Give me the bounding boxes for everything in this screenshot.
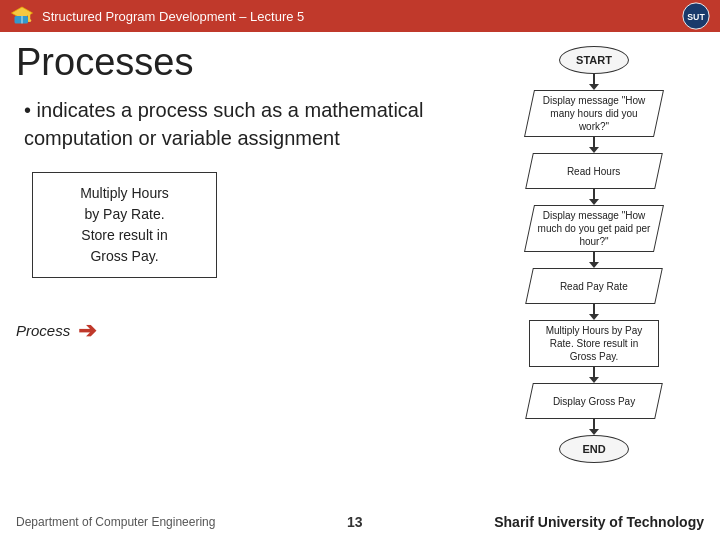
box-container: Multiply Hoursby Pay Rate.Store result i… [32,172,468,278]
header: Structured Program Development – Lecture… [0,0,720,32]
flowchart-panel: START Display message "How many hours di… [484,42,704,530]
arrow-2 [593,137,595,149]
right-badge-icon: SUT [682,2,710,30]
arrow-3 [593,189,595,201]
read-pay-node: Read Pay Rate [525,268,663,304]
bullet-text: indicates a process such as a mathematic… [24,96,468,152]
university-label: Sharif University of Technology [494,514,704,530]
process-row: Process ➔ [16,318,468,344]
multiply-box: Multiply Hoursby Pay Rate.Store result i… [32,172,217,278]
process-arrow-icon: ➔ [78,318,96,344]
process-node: Multiply Hours by Pay Rate. Store result… [529,320,659,367]
left-panel: Processes indicates a process such as a … [16,42,468,530]
end-node: END [559,435,629,463]
start-node: START [559,46,629,74]
process-label: Process [16,322,70,339]
page-title: Processes [16,42,468,84]
arrow-7 [593,419,595,431]
read-hours-node: Read Hours [525,153,663,189]
page-number: 13 [347,514,363,530]
arrow-5 [593,304,595,316]
dept-label: Department of Computer Engineering [16,515,215,529]
arrow-1 [593,74,595,86]
arrow-4 [593,252,595,264]
display2-node: Display message "How much do you get pai… [524,205,664,252]
flowchart: START Display message "How many hours di… [529,46,659,463]
footer: Department of Computer Engineering 13 Sh… [16,514,704,530]
main-content: Processes indicates a process such as a … [0,32,720,540]
header-logo-icon [10,4,34,28]
header-title: Structured Program Development – Lecture… [42,9,674,24]
svg-rect-3 [15,16,29,24]
arrow-6 [593,367,595,379]
svg-text:SUT: SUT [687,12,705,22]
display1-node: Display message "How many hours did you … [524,90,664,137]
display-gross-node: Display Gross Pay [525,383,663,419]
